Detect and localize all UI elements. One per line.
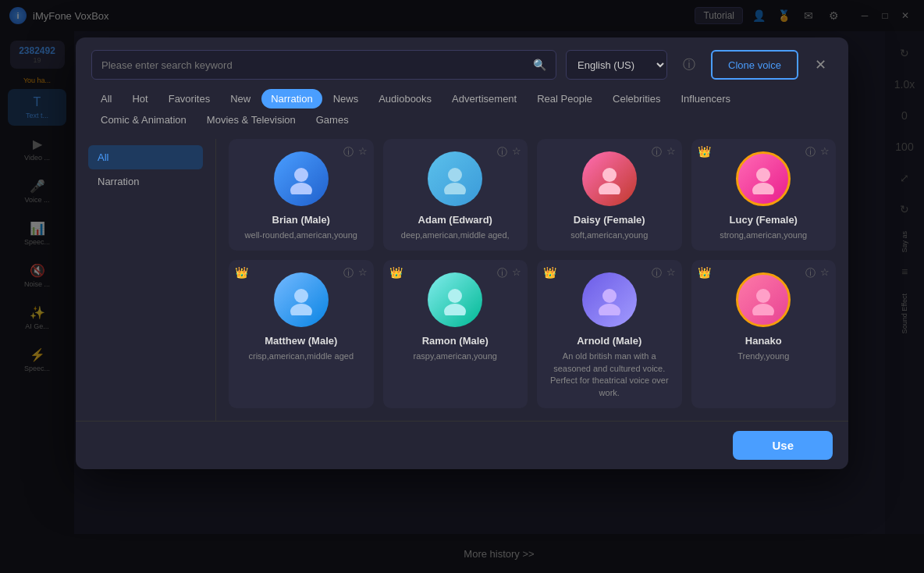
hanako-card-actions: ⓘ ☆: [805, 266, 830, 280]
modal-body: All Narration ⓘ ☆: [76, 130, 848, 421]
daisy-favorite-icon[interactable]: ☆: [666, 145, 676, 159]
arnold-tags: An old british man with a seasoned and c…: [546, 351, 673, 399]
adam-card-actions: ⓘ ☆: [497, 145, 521, 159]
brian-avatar: [274, 151, 329, 206]
tab-advertisement[interactable]: Advertisement: [442, 89, 526, 109]
svg-point-4: [602, 168, 617, 182]
use-button[interactable]: Use: [733, 431, 833, 460]
hanako-info-icon[interactable]: ⓘ: [805, 266, 816, 280]
voice-card-daisy[interactable]: ⓘ ☆ Daisy (Female) soft,american,young: [537, 139, 682, 251]
arnold-name: Arnold (Male): [546, 335, 673, 347]
hanako-tags: Trendy,young: [701, 351, 827, 362]
svg-point-7: [752, 183, 774, 194]
lucy-card-actions: ⓘ ☆: [805, 145, 830, 159]
daisy-avatar: [582, 151, 637, 206]
search-icon: 🔍: [533, 59, 546, 71]
hanako-crown-badge: 👑: [698, 266, 711, 279]
adam-name: Adam (Edward): [393, 214, 519, 226]
matthew-tags: crisp,american,middle aged: [238, 351, 364, 362]
daisy-card-actions: ⓘ ☆: [652, 145, 676, 159]
voice-card-adam[interactable]: ⓘ ☆ Adam (Edward) deep,american,middle a…: [383, 139, 528, 251]
info-icon[interactable]: ⓘ: [677, 52, 702, 77]
voice-card-matthew[interactable]: 👑 ⓘ ☆ Matthew (Male) crisp,amer: [229, 260, 374, 408]
arnold-card-actions: ⓘ ☆: [652, 266, 676, 280]
tab-audiobooks[interactable]: Audiobooks: [369, 89, 441, 109]
svg-point-0: [294, 168, 308, 182]
ramon-favorite-icon[interactable]: ☆: [512, 266, 521, 280]
hanako-avatar: [736, 272, 791, 327]
matthew-name: Matthew (Male): [238, 335, 364, 347]
voice-grid-container: ⓘ ☆ Brian (Male) well-rounded,american,y…: [216, 139, 848, 421]
ramon-info-icon[interactable]: ⓘ: [497, 266, 507, 280]
voice-card-arnold[interactable]: 👑 ⓘ ☆ Arnold (Male) An old brit: [537, 260, 682, 408]
tab-all[interactable]: All: [91, 89, 121, 109]
matthew-avatar: [274, 272, 329, 327]
nav-tabs: All Hot Favorites New Narration News Aud…: [76, 80, 848, 130]
svg-point-13: [599, 304, 620, 315]
daisy-tags: soft,american,young: [546, 230, 673, 241]
tab-comic-animation[interactable]: Comic & Animation: [91, 110, 196, 130]
ramon-avatar: [428, 272, 482, 327]
search-box[interactable]: 🔍: [91, 50, 556, 80]
lucy-crown-badge: 👑: [698, 145, 711, 158]
tab-news[interactable]: News: [324, 89, 368, 109]
arnold-info-icon[interactable]: ⓘ: [652, 266, 662, 280]
lucy-name: Lucy (Female): [701, 214, 827, 226]
voice-card-ramon[interactable]: 👑 ⓘ ☆ Ramon (Male) raspy,americ: [383, 260, 528, 408]
adam-tags: deep,american,middle aged,: [393, 230, 519, 241]
adam-info-icon[interactable]: ⓘ: [497, 145, 507, 159]
modal-close-button[interactable]: ✕: [808, 52, 833, 77]
ramon-crown-badge: 👑: [389, 266, 403, 279]
lucy-avatar: [736, 151, 791, 206]
svg-point-15: [752, 304, 774, 315]
lucy-info-icon[interactable]: ⓘ: [805, 145, 816, 159]
daisy-info-icon[interactable]: ⓘ: [652, 145, 662, 159]
voice-grid: ⓘ ☆ Brian (Male) well-rounded,american,y…: [229, 139, 836, 408]
brian-favorite-icon[interactable]: ☆: [358, 145, 368, 159]
svg-point-14: [756, 289, 770, 303]
tab-real-people[interactable]: Real People: [528, 89, 602, 109]
arnold-favorite-icon[interactable]: ☆: [666, 266, 676, 280]
hanako-favorite-icon[interactable]: ☆: [820, 266, 830, 280]
svg-point-8: [294, 289, 308, 303]
tab-favorites[interactable]: Favorites: [159, 89, 219, 109]
matthew-card-actions: ⓘ ☆: [343, 266, 368, 280]
sub-nav: All Narration: [76, 139, 216, 421]
modal-overlay[interactable]: 🔍 English (US) English (UK) Spanish Fren…: [0, 0, 924, 573]
brian-tags: well-rounded,american,young: [238, 230, 364, 241]
svg-point-1: [290, 183, 312, 194]
brian-info-icon[interactable]: ⓘ: [343, 145, 354, 159]
search-input[interactable]: [101, 59, 533, 71]
tab-celebrities[interactable]: Celebrities: [603, 89, 670, 109]
sub-nav-all[interactable]: All: [88, 145, 203, 169]
modal-footer: Use: [76, 421, 848, 469]
svg-point-9: [290, 304, 312, 315]
sub-nav-narration[interactable]: Narration: [88, 169, 203, 194]
tab-movies-tv[interactable]: Movies & Television: [197, 110, 305, 130]
voice-card-hanako[interactable]: 👑 ⓘ ☆ Hanako Trendy,young: [691, 260, 837, 408]
modal-header: 🔍 English (US) English (UK) Spanish Fren…: [76, 37, 848, 80]
voice-selector-modal: 🔍 English (US) English (UK) Spanish Fren…: [76, 37, 848, 469]
tab-influencers[interactable]: Influencers: [671, 89, 740, 109]
clone-voice-button[interactable]: Clone voice: [711, 50, 798, 80]
svg-point-12: [602, 289, 617, 303]
tab-narration[interactable]: Narration: [261, 89, 322, 109]
ramon-card-actions: ⓘ ☆: [497, 266, 521, 280]
tab-games[interactable]: Games: [307, 110, 358, 130]
voice-card-brian[interactable]: ⓘ ☆ Brian (Male) well-rounded,american,y…: [229, 139, 374, 251]
arnold-avatar: [582, 272, 637, 327]
arnold-crown-badge: 👑: [543, 266, 556, 279]
tab-hot[interactable]: Hot: [123, 89, 157, 109]
svg-point-2: [448, 168, 462, 182]
lucy-tags: strong,american,young: [701, 230, 827, 241]
adam-avatar: [428, 151, 482, 206]
matthew-favorite-icon[interactable]: ☆: [358, 266, 368, 280]
lucy-favorite-icon[interactable]: ☆: [820, 145, 830, 159]
tab-new[interactable]: New: [221, 89, 260, 109]
matthew-info-icon[interactable]: ⓘ: [343, 266, 354, 280]
adam-favorite-icon[interactable]: ☆: [512, 145, 521, 159]
language-select[interactable]: English (US) English (UK) Spanish French…: [566, 50, 667, 80]
svg-point-3: [444, 183, 466, 194]
voice-card-lucy[interactable]: 👑 ⓘ ☆ Lucy (Female) strong,amer: [691, 139, 837, 251]
svg-point-10: [448, 289, 462, 303]
